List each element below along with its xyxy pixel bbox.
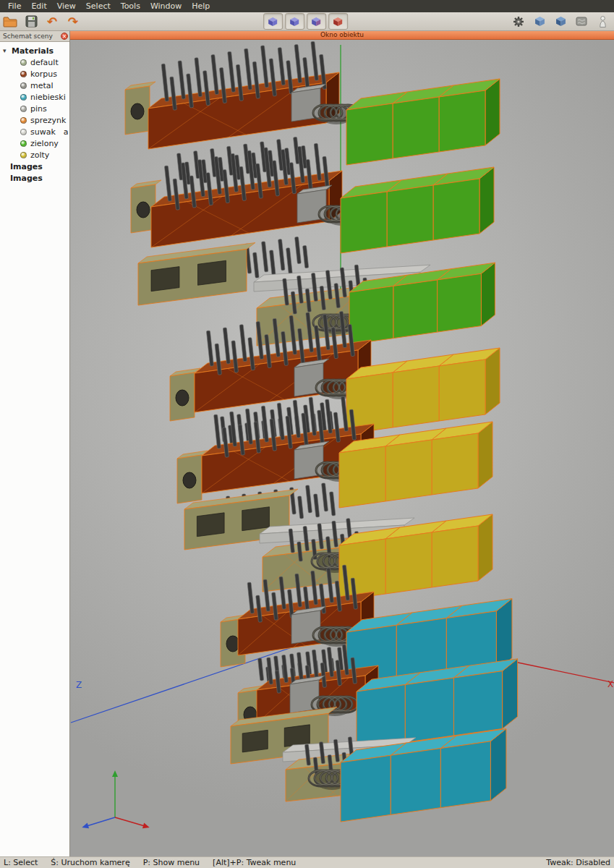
material-color-icon bbox=[20, 94, 27, 101]
svg-text:Z: Z bbox=[76, 680, 82, 690]
material-label: suwak bbox=[30, 127, 56, 137]
save-icon[interactable] bbox=[23, 14, 39, 29]
statusbar: L: SelectŚ: Uruchom kameręP: Show menu[A… bbox=[0, 856, 614, 868]
toolbar: ↶ ↷ bbox=[0, 12, 614, 31]
menu-item-file[interactable]: File bbox=[3, 0, 26, 12]
material-label: sprezynk bbox=[30, 116, 66, 125]
material-color-icon bbox=[20, 152, 27, 158]
materials-label: Materials bbox=[12, 46, 54, 56]
collision-box-icon[interactable] bbox=[553, 14, 568, 29]
material-color-icon bbox=[20, 140, 27, 147]
menu-item-window[interactable]: Window bbox=[145, 0, 187, 12]
tree-item-zielony[interactable]: zielony bbox=[0, 137, 69, 149]
status-hint: L: Select bbox=[4, 858, 38, 867]
material-label: metal bbox=[30, 81, 54, 90]
material-label: korpus bbox=[30, 69, 57, 79]
water-plane-icon[interactable] bbox=[574, 14, 589, 29]
tree-item-korpus[interactable]: korpus bbox=[0, 68, 69, 80]
tree-item-metal[interactable]: metal bbox=[0, 80, 69, 91]
material-label: niebieski bbox=[30, 93, 66, 102]
material-color-icon bbox=[20, 82, 27, 89]
close-icon[interactable]: × bbox=[61, 33, 68, 40]
statusbar-hints: L: SelectŚ: Uruchom kameręP: Show menu[A… bbox=[4, 858, 309, 867]
tree-item-default[interactable]: default bbox=[0, 56, 69, 68]
application-window: FileEditViewSelectToolsWindowHelp ↶ ↷ bbox=[0, 0, 614, 868]
images-label-1: Images bbox=[10, 162, 43, 171]
mesh-box-icon-red[interactable] bbox=[328, 13, 348, 30]
tree-item-sprezynk[interactable]: sprezynk bbox=[0, 114, 69, 126]
material-label: zielony bbox=[30, 139, 59, 148]
menu-item-view[interactable]: View bbox=[52, 0, 81, 12]
undo-icon[interactable]: ↶ bbox=[44, 14, 60, 29]
menubar: FileEditViewSelectToolsWindowHelp bbox=[0, 0, 614, 12]
mesh-box-icon-3[interactable] bbox=[307, 13, 326, 30]
menu-item-tools[interactable]: Tools bbox=[116, 0, 145, 12]
tree-item-images-1[interactable]: Images bbox=[0, 161, 69, 172]
material-color-icon bbox=[20, 117, 27, 124]
scene-tree: ▾ Materials defaultkorpusmetalniebieskip… bbox=[0, 42, 69, 856]
material-label: zolty bbox=[30, 150, 49, 160]
svg-text:X: X bbox=[607, 679, 613, 689]
settings-gear-icon[interactable] bbox=[511, 14, 526, 29]
scene-tree-tab-label: Schemat sceny bbox=[3, 33, 61, 40]
scene-tree-tab[interactable]: Schemat sceny × bbox=[0, 31, 69, 42]
materials-list: defaultkorpusmetalniebieskipinssprezynks… bbox=[0, 56, 69, 161]
images-label-2: Images bbox=[10, 174, 43, 183]
material-label: default bbox=[30, 58, 59, 67]
tree-item-images-2[interactable]: Images bbox=[0, 172, 69, 184]
menu-item-select[interactable]: Select bbox=[81, 0, 116, 12]
tree-item-zolty[interactable]: zolty bbox=[0, 149, 69, 161]
toolbar-right-group bbox=[511, 14, 612, 29]
material-color-icon bbox=[20, 106, 27, 112]
material-label: pins bbox=[30, 104, 47, 114]
character-pose-icon[interactable] bbox=[594, 14, 610, 29]
viewport-3d[interactable]: Okno obiektu ZX bbox=[70, 31, 614, 856]
tree-item-pins[interactable]: pins bbox=[0, 103, 69, 114]
expander-icon[interactable]: ▾ bbox=[3, 47, 9, 54]
open-folder-icon[interactable] bbox=[2, 14, 18, 29]
mesh-box-icon-2[interactable] bbox=[285, 13, 304, 30]
scene-tree-panel: Schemat sceny × ▾ Materials defaultkorpu… bbox=[0, 31, 70, 856]
toolbar-center-group bbox=[263, 13, 348, 30]
redo-icon[interactable]: ↷ bbox=[65, 14, 81, 29]
status-hint: [Alt]+P: Tweak menu bbox=[213, 858, 296, 867]
material-color-icon bbox=[20, 129, 27, 135]
main-area: Schemat sceny × ▾ Materials defaultkorpu… bbox=[0, 31, 614, 856]
physics-box-icon[interactable] bbox=[532, 14, 547, 29]
material-color-icon bbox=[20, 71, 27, 77]
status-hint: P: Show menu bbox=[143, 858, 200, 867]
tree-item-niebieski[interactable]: niebieski bbox=[0, 91, 69, 103]
status-hint: Ś: Uruchom kamerę bbox=[51, 858, 129, 867]
mesh-box-icon-1[interactable] bbox=[263, 13, 283, 30]
tree-item-materials[interactable]: ▾ Materials bbox=[0, 45, 69, 56]
material-label-suffix: a bbox=[64, 127, 69, 137]
toolbar-left-group: ↶ ↷ bbox=[2, 14, 81, 29]
material-color-icon bbox=[20, 59, 27, 66]
menu-item-help[interactable]: Help bbox=[187, 0, 215, 12]
tree-item-suwak[interactable]: suwaka bbox=[0, 126, 69, 137]
menu-item-edit[interactable]: Edit bbox=[26, 0, 51, 12]
viewport-canvas[interactable]: ZX bbox=[70, 39, 614, 858]
statusbar-tweak: Tweak: Disabled bbox=[546, 858, 610, 867]
